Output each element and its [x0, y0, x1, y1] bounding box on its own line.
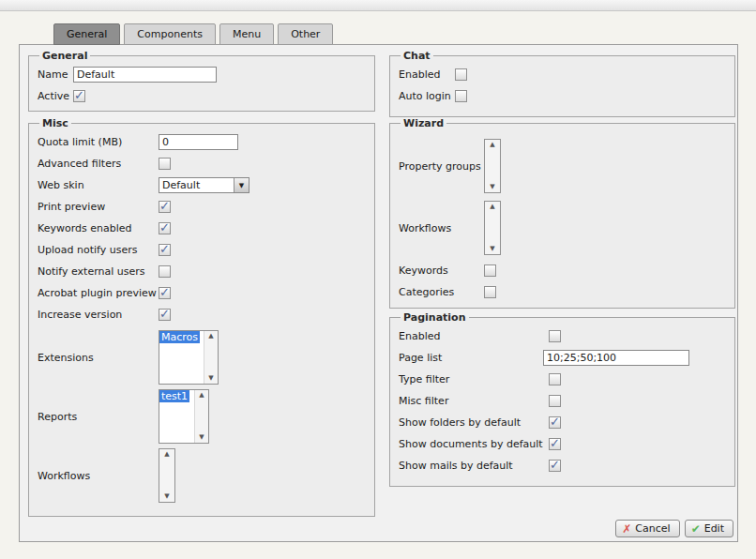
upload-notify-label: Upload notify users [38, 244, 159, 256]
wizard-keywords-row: Keywords [399, 260, 727, 281]
workflows-listbox[interactable]: ▲ ▼ [159, 448, 175, 503]
scroll-up-icon[interactable]: ▲ [164, 451, 169, 458]
pagination-section: Pagination Enabled Page list Type filter… [389, 311, 735, 487]
scroll-up-icon[interactable]: ▲ [490, 204, 494, 210]
wizard-categories-row: Categories [399, 281, 727, 303]
active-checkbox[interactable] [73, 90, 85, 102]
quota-label: Quota limit (MB) [38, 136, 159, 148]
cancel-button-label: Cancel [635, 522, 670, 535]
print-preview-checkbox[interactable] [159, 201, 171, 213]
workflows-row: Workflows ▲ ▼ [38, 448, 367, 503]
extensions-label: Extensions [38, 352, 159, 364]
active-row: Active [38, 85, 367, 107]
increase-version-checkbox[interactable] [159, 309, 171, 321]
misc-filter-checkbox[interactable] [549, 395, 561, 407]
acrobat-plugin-label: Acrobat plugin preview [38, 287, 159, 299]
top-toolbar [0, 0, 756, 11]
show-folders-checkbox[interactable] [549, 416, 561, 429]
settings-panel: General Name Active Misc Quota limit (MB… [19, 44, 738, 542]
pagination-enabled-checkbox[interactable] [549, 330, 561, 342]
page-list-row: Page list [399, 347, 727, 369]
notify-external-checkbox[interactable] [159, 265, 171, 278]
quota-row: Quota limit (MB) [38, 131, 367, 153]
notify-external-label: Notify external users [38, 265, 159, 278]
pagination-enabled-label: Enabled [399, 330, 543, 342]
extensions-listbox[interactable]: Macros ▲ ▼ [159, 330, 219, 385]
type-filter-checkbox[interactable] [549, 373, 561, 385]
chat-legend: Chat [401, 50, 433, 62]
extensions-row: Extensions Macros ▲ ▼ [38, 330, 367, 385]
wizard-workflows-row: Workflows ▲ ▼ [399, 201, 727, 255]
misc-filter-label: Misc filter [399, 395, 543, 407]
tab-other[interactable]: Other [278, 23, 333, 45]
scroll-down-icon[interactable]: ▼ [199, 434, 204, 441]
edit-check-icon: ✔ [691, 523, 701, 535]
property-groups-listbox[interactable]: ▲ ▼ [484, 139, 501, 193]
scroll-down-icon[interactable]: ▼ [490, 246, 494, 252]
wizard-categories-checkbox[interactable] [484, 286, 496, 298]
scroll-down-icon[interactable]: ▼ [490, 184, 494, 190]
tab-menu[interactable]: Menu [219, 23, 274, 45]
wizard-workflows-label: Workflows [399, 222, 484, 234]
wizard-section: Wizard Property groups ▲ ▼ Workflows ▲ ▼… [389, 117, 735, 309]
advanced-filters-row: Advanced filters [38, 153, 367, 174]
keywords-enabled-checkbox[interactable] [159, 222, 171, 234]
scroll-down-icon[interactable]: ▼ [208, 375, 213, 382]
extensions-items: Macros [159, 331, 204, 384]
general-section: General Name Active [28, 50, 375, 112]
show-mails-checkbox[interactable] [549, 460, 561, 472]
list-item[interactable]: Macros [159, 331, 200, 343]
property-groups-scrollbar[interactable]: ▲ ▼ [485, 140, 500, 192]
reports-scrollbar[interactable]: ▲ ▼ [194, 390, 208, 443]
upload-notify-checkbox[interactable] [159, 244, 171, 256]
list-item[interactable]: test1 [159, 390, 189, 402]
property-groups-row: Property groups ▲ ▼ [399, 139, 727, 193]
web-skin-select[interactable]: Default ▼ [159, 177, 249, 193]
tab-components[interactable]: Components [124, 23, 216, 45]
scroll-up-icon[interactable]: ▲ [208, 333, 213, 340]
chat-section: Chat Enabled Auto login [389, 50, 735, 117]
web-skin-value: Default [159, 178, 234, 192]
show-documents-row: Show documents by default [399, 433, 727, 455]
wizard-workflows-scrollbar[interactable]: ▲ ▼ [485, 202, 500, 254]
reports-listbox[interactable]: test1 ▲ ▼ [159, 389, 209, 444]
tab-bar: General Components Menu Other [53, 23, 333, 45]
wizard-keywords-label: Keywords [399, 264, 484, 277]
auto-login-row: Auto login [399, 85, 727, 107]
name-input[interactable] [73, 67, 217, 83]
edit-button[interactable]: ✔ Edit [685, 520, 733, 537]
show-mails-label: Show mails by default [399, 460, 543, 472]
page-list-input[interactable] [543, 350, 689, 366]
acrobat-plugin-checkbox[interactable] [159, 287, 171, 299]
advanced-filters-checkbox[interactable] [159, 158, 171, 170]
increase-version-row: Increase version [38, 304, 367, 325]
cancel-button[interactable]: ✗ Cancel [615, 520, 679, 537]
wizard-categories-label: Categories [399, 286, 484, 298]
print-preview-label: Print preview [38, 201, 159, 213]
extensions-scrollbar[interactable]: ▲ ▼ [204, 331, 218, 384]
acrobat-plugin-row: Acrobat plugin preview [38, 282, 367, 304]
scroll-up-icon[interactable]: ▲ [199, 392, 204, 399]
chat-enabled-checkbox[interactable] [455, 68, 467, 81]
wizard-keywords-checkbox[interactable] [484, 264, 496, 277]
auto-login-checkbox[interactable] [455, 90, 467, 102]
property-groups-label: Property groups [399, 160, 484, 173]
wizard-workflows-listbox[interactable]: ▲ ▼ [484, 201, 501, 255]
increase-version-label: Increase version [38, 309, 159, 321]
auto-login-label: Auto login [399, 90, 455, 102]
dropdown-arrow-icon[interactable]: ▼ [234, 178, 249, 192]
quota-input[interactable] [159, 134, 238, 150]
show-documents-checkbox[interactable] [549, 438, 561, 450]
web-skin-label: Web skin [38, 179, 159, 191]
pagination-enabled-row: Enabled [399, 325, 727, 347]
scroll-up-icon[interactable]: ▲ [490, 142, 494, 148]
print-preview-row: Print preview [38, 196, 367, 218]
name-row: Name [38, 64, 367, 85]
edit-button-label: Edit [704, 522, 724, 535]
scroll-down-icon[interactable]: ▼ [164, 493, 169, 500]
tab-general[interactable]: General [53, 23, 120, 45]
chat-enabled-row: Enabled [399, 64, 727, 85]
cancel-x-icon: ✗ [622, 523, 631, 535]
misc-filter-row: Misc filter [399, 390, 727, 412]
workflows-scrollbar[interactable]: ▲ ▼ [159, 449, 174, 502]
